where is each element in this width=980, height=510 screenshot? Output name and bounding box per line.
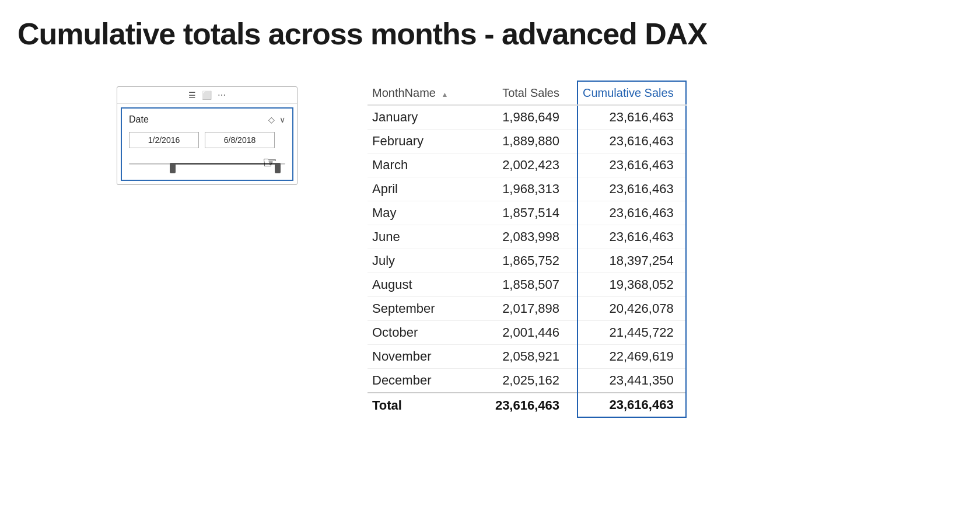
- slider-fill: [173, 163, 278, 165]
- table-row: January1,986,64923,616,463: [368, 105, 686, 130]
- table-row: December2,025,16223,441,350: [368, 369, 686, 393]
- cell-totalsales: 1,986,649: [484, 105, 578, 130]
- cell-cumulative: 23,616,463: [578, 105, 686, 130]
- erase-icon[interactable]: ◇: [268, 115, 275, 124]
- cell-monthname: April: [368, 177, 484, 201]
- dropdown-icon[interactable]: ∨: [279, 115, 285, 124]
- slicer-icons: ◇ ∨: [268, 115, 285, 124]
- slicer-label: Date: [129, 114, 149, 125]
- data-table-wrapper: MonthName ▲ Total Sales Cumulative Sales…: [368, 81, 687, 418]
- total-cumulative-value: 23,616,463: [578, 393, 686, 417]
- slicer-inner: Date ◇ ∨ ☞: [121, 107, 293, 181]
- cell-monthname: March: [368, 153, 484, 177]
- cell-monthname: July: [368, 249, 484, 273]
- cell-monthname: January: [368, 105, 484, 130]
- slider-thumb-right[interactable]: [275, 163, 281, 173]
- cell-cumulative: 22,469,619: [578, 345, 686, 369]
- cell-monthname: September: [368, 297, 484, 321]
- col-header-monthname: MonthName ▲: [368, 81, 484, 105]
- slider-track: [129, 163, 285, 165]
- table-row: August1,858,50719,368,052: [368, 273, 686, 297]
- expand-icon[interactable]: ⬜: [202, 90, 212, 100]
- table-row: March2,002,42323,616,463: [368, 153, 686, 177]
- cell-totalsales: 1,968,313: [484, 177, 578, 201]
- cell-totalsales: 1,858,507: [484, 273, 578, 297]
- total-label: Total: [368, 393, 484, 417]
- table-row: February1,889,88023,616,463: [368, 130, 686, 153]
- cell-cumulative: 19,368,052: [578, 273, 686, 297]
- cell-cumulative: 20,426,078: [578, 297, 686, 321]
- cell-cumulative: 21,445,722: [578, 321, 686, 345]
- table-row: July1,865,75218,397,254: [368, 249, 686, 273]
- cell-monthname: December: [368, 369, 484, 393]
- cell-cumulative: 18,397,254: [578, 249, 686, 273]
- slider-thumb-left[interactable]: [170, 163, 176, 173]
- cell-totalsales: 1,857,514: [484, 201, 578, 225]
- cell-monthname: November: [368, 345, 484, 369]
- cell-monthname: May: [368, 201, 484, 225]
- cell-totalsales: 2,058,921: [484, 345, 578, 369]
- cell-monthname: August: [368, 273, 484, 297]
- end-date-input[interactable]: [205, 132, 275, 148]
- total-sales-value: 23,616,463: [484, 393, 578, 417]
- table-row: June2,083,99823,616,463: [368, 225, 686, 249]
- cell-cumulative: 23,616,463: [578, 177, 686, 201]
- total-row: Total 23,616,463 23,616,463: [368, 393, 686, 417]
- col-header-totalsales: Total Sales: [484, 81, 578, 105]
- col-header-cumulative: Cumulative Sales: [578, 81, 686, 105]
- slicer-toolbar: ☰ ⬜ ⋯: [117, 87, 297, 104]
- cell-cumulative: 23,616,463: [578, 130, 686, 153]
- table-header-row: MonthName ▲ Total Sales Cumulative Sales: [368, 81, 686, 105]
- cell-monthname: June: [368, 225, 484, 249]
- table-row: September2,017,89820,426,078: [368, 297, 686, 321]
- table-row: April1,968,31323,616,463: [368, 177, 686, 201]
- more-icon[interactable]: ⋯: [218, 90, 226, 100]
- sort-arrow-icon[interactable]: ▲: [442, 90, 449, 99]
- hamburger-icon[interactable]: ☰: [188, 90, 196, 100]
- table-row: May1,857,51423,616,463: [368, 201, 686, 225]
- date-fields: [129, 132, 285, 148]
- cell-cumulative: 23,441,350: [578, 369, 686, 393]
- cell-totalsales: 2,083,998: [484, 225, 578, 249]
- table-row: October2,001,44621,445,722: [368, 321, 686, 345]
- cell-cumulative: 23,616,463: [578, 153, 686, 177]
- cell-totalsales: 2,017,898: [484, 297, 578, 321]
- cell-totalsales: 1,865,752: [484, 249, 578, 273]
- cell-monthname: October: [368, 321, 484, 345]
- cell-totalsales: 2,001,446: [484, 321, 578, 345]
- cell-cumulative: 23,616,463: [578, 225, 686, 249]
- content-area: ☰ ⬜ ⋯ Date ◇ ∨: [0, 63, 980, 418]
- slider-track-container: ☞: [129, 158, 285, 169]
- table-row: November2,058,92122,469,619: [368, 345, 686, 369]
- start-date-input[interactable]: [129, 132, 199, 148]
- cell-monthname: February: [368, 130, 484, 153]
- cell-totalsales: 1,889,880: [484, 130, 578, 153]
- slicer-header: Date ◇ ∨: [129, 114, 285, 125]
- cell-totalsales: 2,025,162: [484, 369, 578, 393]
- cell-totalsales: 2,002,423: [484, 153, 578, 177]
- cell-cumulative: 23,616,463: [578, 201, 686, 225]
- data-table: MonthName ▲ Total Sales Cumulative Sales…: [368, 81, 687, 418]
- page-title: Cumulative totals across months - advanc…: [0, 0, 980, 63]
- slicer-widget: ☰ ⬜ ⋯ Date ◇ ∨: [117, 86, 298, 185]
- slicer-outer: ☰ ⬜ ⋯ Date ◇ ∨: [117, 86, 298, 185]
